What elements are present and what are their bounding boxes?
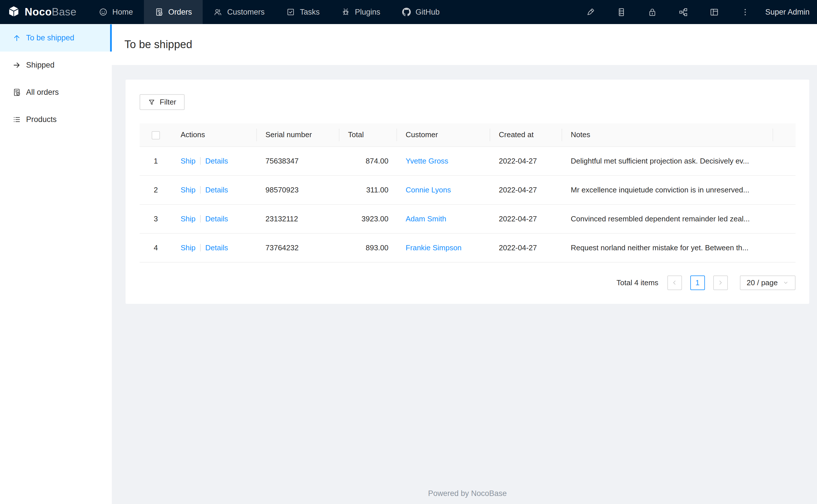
nav-item-label: Orders bbox=[168, 8, 192, 17]
brand-logo[interactable]: NocoBase bbox=[0, 0, 88, 24]
spacer-cell bbox=[773, 204, 796, 233]
layout-icon bbox=[710, 7, 719, 17]
more-button[interactable] bbox=[730, 0, 761, 24]
permissions-button[interactable] bbox=[637, 0, 668, 24]
nav-item-home[interactable]: Home bbox=[88, 0, 144, 24]
customer-link[interactable]: Yvette Gross bbox=[406, 157, 448, 165]
actions-divider bbox=[200, 215, 201, 223]
nav-item-plugins[interactable]: Plugins bbox=[331, 0, 391, 24]
customer-cell: Connie Lyons bbox=[397, 176, 490, 204]
details-link[interactable]: Details bbox=[205, 157, 228, 165]
workflow-button[interactable] bbox=[668, 0, 699, 24]
navbar-actions: Super Admin bbox=[575, 0, 817, 24]
page-body: Filter Actions Serial number bbox=[112, 65, 817, 504]
actions-divider bbox=[200, 186, 201, 194]
content-area: To be shipped Filter bbox=[112, 24, 817, 504]
ellipsis-vertical-icon bbox=[741, 7, 750, 17]
column-header-customer: Customer bbox=[397, 123, 490, 147]
ship-link[interactable]: Ship bbox=[180, 214, 195, 223]
serial-number-cell: 73764232 bbox=[257, 233, 339, 262]
bug-icon bbox=[341, 8, 350, 16]
nav-item-github[interactable]: GitHub bbox=[391, 0, 451, 24]
sidebar-item-shipped[interactable]: Shipped bbox=[0, 52, 112, 79]
table-row: 4 ShipDetails 73764232 893.00 Frankie Si… bbox=[139, 233, 796, 262]
created-at-cell: 2022-04-27 bbox=[490, 204, 562, 233]
sidebar-item-products[interactable]: Products bbox=[0, 106, 112, 133]
sidebar: To be shipped Shipped All orders Product… bbox=[0, 24, 112, 504]
ui-editor-button[interactable] bbox=[575, 0, 606, 24]
nav-item-orders[interactable]: Orders bbox=[144, 0, 203, 24]
customer-cell: Adam Smith bbox=[397, 204, 490, 233]
total-cell: 3923.00 bbox=[339, 204, 397, 233]
sidebar-item-label: Shipped bbox=[26, 61, 54, 70]
pagination-page-1[interactable]: 1 bbox=[690, 275, 705, 290]
footer-text: Powered by NocoBase bbox=[125, 478, 809, 498]
customer-cell: Yvette Gross bbox=[397, 147, 490, 176]
filter-button[interactable]: Filter bbox=[139, 94, 184, 110]
nav-item-label: Tasks bbox=[300, 8, 320, 17]
sidebar-item-label: Products bbox=[26, 115, 57, 124]
table-header-row: Actions Serial number Total Customer Cre… bbox=[139, 123, 796, 147]
app-root: NocoBase Home Orders Customers Tasks Plu… bbox=[0, 0, 817, 504]
nav-item-customers[interactable]: Customers bbox=[203, 0, 276, 24]
page-title: To be shipped bbox=[124, 38, 192, 51]
sidebar-item-to-be-shipped[interactable]: To be shipped bbox=[0, 24, 112, 52]
table-row: 1 ShipDetails 75638347 874.00 Yvette Gro… bbox=[139, 147, 796, 176]
column-header-actions: Actions bbox=[172, 123, 257, 147]
sidebar-item-all-orders[interactable]: All orders bbox=[0, 79, 112, 106]
collections-button[interactable] bbox=[606, 0, 637, 24]
row-actions: ShipDetails bbox=[172, 147, 257, 176]
sidebar-item-label: To be shipped bbox=[26, 34, 74, 42]
actions-divider bbox=[200, 157, 201, 165]
pagination-next-button[interactable] bbox=[713, 275, 728, 290]
unordered-list-icon bbox=[13, 115, 21, 124]
nav-item-label: Home bbox=[112, 8, 133, 17]
pagination-total: Total 4 items bbox=[617, 278, 659, 287]
column-header-spacer bbox=[773, 123, 796, 147]
database-icon bbox=[617, 7, 626, 17]
details-link[interactable]: Details bbox=[205, 186, 228, 194]
serial-number-cell: 98570923 bbox=[257, 176, 339, 204]
ship-link[interactable]: Ship bbox=[180, 243, 195, 252]
spacer-cell bbox=[773, 147, 796, 176]
nav-item-label: Customers bbox=[227, 8, 265, 17]
customer-link[interactable]: Frankie Simpson bbox=[406, 243, 461, 252]
filter-button-label: Filter bbox=[160, 98, 176, 107]
customer-cell: Frankie Simpson bbox=[397, 233, 490, 262]
ship-link[interactable]: Ship bbox=[180, 157, 195, 165]
row-actions: ShipDetails bbox=[172, 233, 257, 262]
chevron-down-icon bbox=[783, 280, 789, 286]
details-link[interactable]: Details bbox=[205, 214, 228, 223]
file-done-icon bbox=[155, 8, 163, 16]
total-cell: 874.00 bbox=[339, 147, 397, 176]
column-header-total: Total bbox=[339, 123, 397, 147]
brand-text: NocoBase bbox=[25, 6, 76, 18]
serial-number-cell: 23132112 bbox=[257, 204, 339, 233]
details-link[interactable]: Details bbox=[205, 243, 228, 252]
team-icon bbox=[214, 8, 222, 16]
pagination-prev-button[interactable] bbox=[667, 275, 682, 290]
nav-item-label: GitHub bbox=[416, 8, 440, 17]
table-row: 3 ShipDetails 23132112 3923.00 Adam Smit… bbox=[139, 204, 796, 233]
page-size-select[interactable]: 20 / page bbox=[740, 275, 796, 290]
row-index: 4 bbox=[139, 233, 172, 262]
chevron-right-icon bbox=[717, 279, 724, 286]
ship-link[interactable]: Ship bbox=[180, 186, 195, 194]
sidebar-item-label: All orders bbox=[26, 88, 59, 97]
user-name[interactable]: Super Admin bbox=[761, 8, 810, 17]
column-header-created-at: Created at bbox=[490, 123, 562, 147]
table-card: Filter Actions Serial number bbox=[125, 80, 809, 304]
spacer-cell bbox=[773, 233, 796, 262]
lock-icon bbox=[648, 7, 657, 17]
github-icon bbox=[402, 8, 411, 16]
created-at-cell: 2022-04-27 bbox=[490, 147, 562, 176]
layout-button[interactable] bbox=[699, 0, 730, 24]
customer-link[interactable]: Adam Smith bbox=[406, 214, 446, 223]
customer-link[interactable]: Connie Lyons bbox=[406, 186, 451, 194]
total-cell: 311.00 bbox=[339, 176, 397, 204]
nav-item-tasks[interactable]: Tasks bbox=[276, 0, 331, 24]
arrow-up-icon bbox=[13, 34, 21, 42]
total-cell: 893.00 bbox=[339, 233, 397, 262]
chevron-left-icon bbox=[671, 279, 678, 286]
select-all-checkbox[interactable] bbox=[152, 131, 160, 139]
